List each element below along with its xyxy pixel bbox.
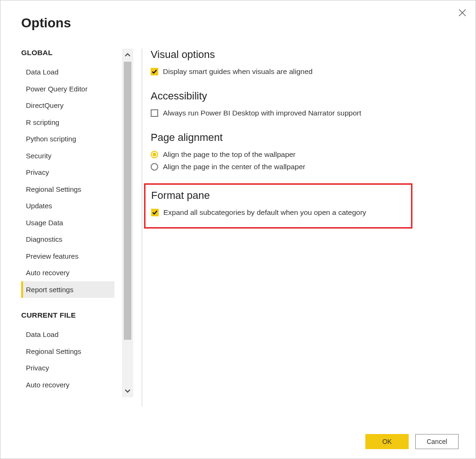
sidebar-item-data-load[interactable]: Data Load	[21, 64, 115, 81]
sidebar-item-updates[interactable]: Updates	[21, 197, 115, 214]
sidebar-item-cf-privacy[interactable]: Privacy	[21, 360, 115, 377]
sidebar-item-privacy[interactable]: Privacy	[21, 164, 115, 181]
label-expand-subcategories: Expand all subcategories by default when…	[163, 208, 366, 217]
checkbox-narrator[interactable]	[151, 109, 158, 117]
vertical-divider	[142, 49, 142, 407]
sidebar-section-current-file: CURRENT FILE	[21, 311, 115, 320]
sidebar-item-cf-data-load[interactable]: Data Load	[21, 326, 115, 343]
label-narrator: Always run Power BI Desktop with improve…	[163, 109, 361, 117]
label-align-top: Align the page to the top of the wallpap…	[163, 150, 296, 159]
sidebar-item-directquery[interactable]: DirectQuery	[21, 97, 115, 114]
sidebar-item-cf-regional-settings[interactable]: Regional Settings	[21, 343, 115, 360]
scroll-thumb[interactable]	[124, 62, 131, 340]
check-icon	[152, 69, 157, 74]
checkbox-expand-subcategories[interactable]	[151, 209, 159, 216]
chevron-down-icon	[124, 387, 131, 394]
group-visual-options: Visual options Display smart guides when…	[151, 49, 457, 78]
options-dialog: Options GLOBAL Data Load Power Query Edi…	[0, 0, 476, 459]
cancel-button[interactable]: Cancel	[415, 434, 459, 449]
sidebar-item-auto-recovery[interactable]: Auto recovery	[21, 264, 115, 281]
close-icon	[459, 9, 466, 16]
checkbox-smart-guides[interactable]	[151, 68, 158, 75]
sidebar: GLOBAL Data Load Power Query Editor Dire…	[21, 49, 133, 407]
check-icon	[152, 210, 158, 215]
sidebar-item-cf-auto-recovery[interactable]: Auto recovery	[21, 377, 115, 393]
group-title-accessibility: Accessibility	[151, 90, 457, 102]
sidebar-item-diagnostics[interactable]: Diagnostics	[21, 231, 115, 248]
sidebar-item-usage-data[interactable]: Usage Data	[21, 214, 115, 231]
group-page-alignment: Page alignment Align the page to the top…	[151, 131, 457, 173]
group-title-page-alignment: Page alignment	[151, 131, 457, 144]
sidebar-item-security[interactable]: Security	[21, 148, 115, 164]
content-pane: Visual options Display smart guides when…	[151, 49, 476, 459]
highlight-format-pane: Format pane Expand all subcategories by …	[144, 183, 412, 229]
dialog-footer: OK Cancel	[365, 434, 459, 449]
sidebar-item-preview-features[interactable]: Preview features	[21, 248, 115, 265]
scroll-down-button[interactable]	[122, 384, 133, 397]
sidebar-item-power-query-editor[interactable]: Power Query Editor	[21, 81, 115, 98]
sidebar-item-report-settings[interactable]: Report settings	[21, 281, 114, 298]
radio-align-top[interactable]	[151, 151, 158, 158]
sidebar-scrollbar[interactable]	[122, 49, 133, 397]
sidebar-section-global: GLOBAL	[21, 49, 115, 57]
radio-align-center[interactable]	[151, 163, 158, 171]
group-title-format-pane: Format pane	[151, 189, 405, 202]
group-accessibility: Accessibility Always run Power BI Deskto…	[151, 90, 457, 119]
close-button[interactable]	[457, 7, 468, 18]
chevron-up-icon	[124, 52, 131, 58]
label-smart-guides: Display smart guides when visuals are al…	[163, 67, 313, 76]
group-title-visual-options: Visual options	[151, 49, 457, 61]
label-align-center: Align the page in the center of the wall…	[163, 163, 305, 171]
scroll-track[interactable]	[122, 62, 133, 384]
sidebar-item-regional-settings[interactable]: Regional Settings	[21, 181, 115, 198]
sidebar-item-python-scripting[interactable]: Python scripting	[21, 131, 115, 148]
sidebar-item-r-scripting[interactable]: R scripting	[21, 114, 115, 131]
ok-button[interactable]: OK	[365, 434, 409, 449]
dialog-title: Options	[0, 0, 476, 31]
scroll-up-button[interactable]	[122, 49, 133, 62]
